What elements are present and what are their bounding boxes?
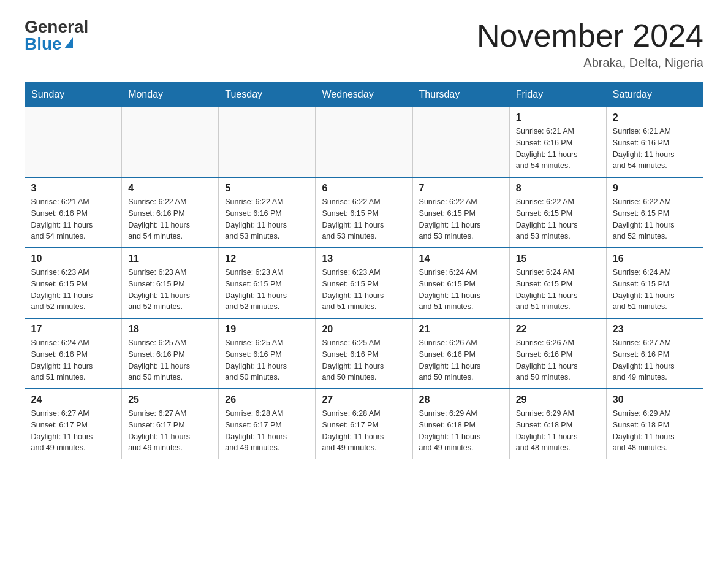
calendar-cell: 19Sunrise: 6:25 AM Sunset: 6:16 PM Dayli… — [219, 318, 316, 389]
calendar-cell: 8Sunrise: 6:22 AM Sunset: 6:15 PM Daylig… — [509, 177, 606, 248]
calendar-cell — [219, 107, 316, 177]
calendar-cell: 11Sunrise: 6:23 AM Sunset: 6:15 PM Dayli… — [122, 248, 219, 318]
day-number: 7 — [419, 183, 503, 194]
calendar-cell — [412, 107, 509, 177]
day-info: Sunrise: 6:22 AM Sunset: 6:16 PM Dayligh… — [128, 196, 212, 242]
calendar-cell: 7Sunrise: 6:22 AM Sunset: 6:15 PM Daylig… — [412, 177, 509, 248]
day-number: 20 — [322, 324, 406, 335]
header: General Blue November 2024 Abraka, Delta… — [25, 18, 703, 70]
logo-triangle-icon — [64, 37, 73, 48]
day-info: Sunrise: 6:23 AM Sunset: 6:15 PM Dayligh… — [322, 267, 406, 313]
calendar-cell: 16Sunrise: 6:24 AM Sunset: 6:15 PM Dayli… — [606, 248, 703, 318]
calendar-cell — [25, 107, 122, 177]
week-row-4: 17Sunrise: 6:24 AM Sunset: 6:16 PM Dayli… — [25, 318, 703, 389]
day-number: 10 — [31, 253, 116, 264]
calendar-cell: 28Sunrise: 6:29 AM Sunset: 6:18 PM Dayli… — [412, 389, 509, 459]
day-number: 1 — [516, 112, 600, 123]
header-cell-saturday: Saturday — [606, 83, 703, 107]
calendar-cell: 2Sunrise: 6:21 AM Sunset: 6:16 PM Daylig… — [606, 107, 703, 177]
logo: General Blue — [25, 18, 88, 53]
calendar-cell: 9Sunrise: 6:22 AM Sunset: 6:15 PM Daylig… — [606, 177, 703, 248]
day-info: Sunrise: 6:24 AM Sunset: 6:15 PM Dayligh… — [516, 267, 600, 313]
day-info: Sunrise: 6:26 AM Sunset: 6:16 PM Dayligh… — [516, 337, 600, 383]
day-number: 23 — [613, 324, 697, 335]
week-row-1: 1Sunrise: 6:21 AM Sunset: 6:16 PM Daylig… — [25, 107, 703, 177]
week-row-2: 3Sunrise: 6:21 AM Sunset: 6:16 PM Daylig… — [25, 177, 703, 248]
day-number: 2 — [613, 112, 697, 123]
day-number: 19 — [225, 324, 309, 335]
week-row-3: 10Sunrise: 6:23 AM Sunset: 6:15 PM Dayli… — [25, 248, 703, 318]
day-info: Sunrise: 6:21 AM Sunset: 6:16 PM Dayligh… — [31, 196, 116, 242]
day-info: Sunrise: 6:27 AM Sunset: 6:17 PM Dayligh… — [31, 408, 116, 454]
day-number: 25 — [128, 394, 212, 405]
day-number: 30 — [613, 394, 697, 405]
day-info: Sunrise: 6:25 AM Sunset: 6:16 PM Dayligh… — [322, 337, 406, 383]
calendar-cell: 12Sunrise: 6:23 AM Sunset: 6:15 PM Dayli… — [219, 248, 316, 318]
day-number: 14 — [419, 253, 503, 264]
header-cell-thursday: Thursday — [412, 83, 509, 107]
header-cell-friday: Friday — [509, 83, 606, 107]
calendar-cell: 6Sunrise: 6:22 AM Sunset: 6:15 PM Daylig… — [316, 177, 412, 248]
calendar-cell: 20Sunrise: 6:25 AM Sunset: 6:16 PM Dayli… — [316, 318, 412, 389]
day-info: Sunrise: 6:22 AM Sunset: 6:16 PM Dayligh… — [225, 196, 309, 242]
day-number: 13 — [322, 253, 406, 264]
day-info: Sunrise: 6:22 AM Sunset: 6:15 PM Dayligh… — [419, 196, 503, 242]
day-info: Sunrise: 6:24 AM Sunset: 6:16 PM Dayligh… — [31, 337, 116, 383]
day-info: Sunrise: 6:25 AM Sunset: 6:16 PM Dayligh… — [225, 337, 309, 383]
calendar-cell: 21Sunrise: 6:26 AM Sunset: 6:16 PM Dayli… — [412, 318, 509, 389]
day-info: Sunrise: 6:24 AM Sunset: 6:15 PM Dayligh… — [419, 267, 503, 313]
calendar-table: SundayMondayTuesdayWednesdayThursdayFrid… — [25, 82, 703, 459]
week-row-5: 24Sunrise: 6:27 AM Sunset: 6:17 PM Dayli… — [25, 389, 703, 459]
title-area: November 2024 Abraka, Delta, Nigeria — [477, 18, 703, 70]
day-info: Sunrise: 6:29 AM Sunset: 6:18 PM Dayligh… — [613, 408, 697, 454]
calendar-cell: 15Sunrise: 6:24 AM Sunset: 6:15 PM Dayli… — [509, 248, 606, 318]
calendar-cell: 24Sunrise: 6:27 AM Sunset: 6:17 PM Dayli… — [25, 389, 122, 459]
day-number: 3 — [31, 183, 116, 194]
day-info: Sunrise: 6:29 AM Sunset: 6:18 PM Dayligh… — [516, 408, 600, 454]
day-info: Sunrise: 6:23 AM Sunset: 6:15 PM Dayligh… — [31, 267, 116, 313]
calendar-cell: 17Sunrise: 6:24 AM Sunset: 6:16 PM Dayli… — [25, 318, 122, 389]
calendar-cell: 25Sunrise: 6:27 AM Sunset: 6:17 PM Dayli… — [122, 389, 219, 459]
calendar-cell: 30Sunrise: 6:29 AM Sunset: 6:18 PM Dayli… — [606, 389, 703, 459]
day-number: 29 — [516, 394, 600, 405]
day-number: 12 — [225, 253, 309, 264]
day-number: 17 — [31, 324, 116, 335]
calendar-cell: 14Sunrise: 6:24 AM Sunset: 6:15 PM Dayli… — [412, 248, 509, 318]
day-info: Sunrise: 6:27 AM Sunset: 6:17 PM Dayligh… — [128, 408, 212, 454]
day-number: 16 — [613, 253, 697, 264]
day-info: Sunrise: 6:23 AM Sunset: 6:15 PM Dayligh… — [128, 267, 212, 313]
calendar-cell: 4Sunrise: 6:22 AM Sunset: 6:16 PM Daylig… — [122, 177, 219, 248]
day-info: Sunrise: 6:22 AM Sunset: 6:15 PM Dayligh… — [322, 196, 406, 242]
day-number: 9 — [613, 183, 697, 194]
header-cell-sunday: Sunday — [25, 83, 122, 107]
calendar-cell: 26Sunrise: 6:28 AM Sunset: 6:17 PM Dayli… — [219, 389, 316, 459]
logo-general-text: General — [25, 18, 88, 36]
day-number: 6 — [322, 183, 406, 194]
day-number: 15 — [516, 253, 600, 264]
calendar-cell — [316, 107, 412, 177]
calendar-cell: 10Sunrise: 6:23 AM Sunset: 6:15 PM Dayli… — [25, 248, 122, 318]
logo-blue-text: Blue — [25, 36, 73, 53]
calendar-header-row: SundayMondayTuesdayWednesdayThursdayFrid… — [25, 83, 703, 107]
day-info: Sunrise: 6:28 AM Sunset: 6:17 PM Dayligh… — [225, 408, 309, 454]
day-number: 8 — [516, 183, 600, 194]
calendar-cell — [122, 107, 219, 177]
day-number: 4 — [128, 183, 212, 194]
day-info: Sunrise: 6:22 AM Sunset: 6:15 PM Dayligh… — [516, 196, 600, 242]
calendar-cell: 22Sunrise: 6:26 AM Sunset: 6:16 PM Dayli… — [509, 318, 606, 389]
calendar-cell: 27Sunrise: 6:28 AM Sunset: 6:17 PM Dayli… — [316, 389, 412, 459]
header-cell-monday: Monday — [122, 83, 219, 107]
day-info: Sunrise: 6:26 AM Sunset: 6:16 PM Dayligh… — [419, 337, 503, 383]
calendar-cell: 1Sunrise: 6:21 AM Sunset: 6:16 PM Daylig… — [509, 107, 606, 177]
calendar-cell: 23Sunrise: 6:27 AM Sunset: 6:16 PM Dayli… — [606, 318, 703, 389]
day-number: 18 — [128, 324, 212, 335]
day-number: 24 — [31, 394, 116, 405]
location-text: Abraka, Delta, Nigeria — [477, 56, 703, 70]
day-number: 5 — [225, 183, 309, 194]
day-info: Sunrise: 6:25 AM Sunset: 6:16 PM Dayligh… — [128, 337, 212, 383]
month-title: November 2024 — [477, 18, 703, 53]
day-number: 22 — [516, 324, 600, 335]
day-info: Sunrise: 6:24 AM Sunset: 6:15 PM Dayligh… — [613, 267, 697, 313]
day-number: 26 — [225, 394, 309, 405]
day-info: Sunrise: 6:27 AM Sunset: 6:16 PM Dayligh… — [613, 337, 697, 383]
